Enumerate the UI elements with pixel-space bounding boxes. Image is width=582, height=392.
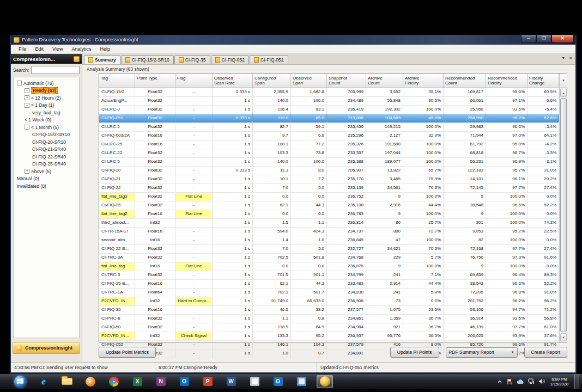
column-header[interactable]: Recommended Fidelity [486, 74, 528, 88]
powerpoint-icon[interactable]: P [199, 375, 216, 388]
tree-item[interactable]: CI-FIQ-21-SR40 [14, 146, 79, 154]
table-row[interactable]: CI-FIQ-15/2Float32-0.333 s2,355.91,682.8… [99, 88, 559, 97]
tree-item[interactable]: Invalidated (0) [14, 182, 79, 190]
tree-expander-icon[interactable]: + [25, 88, 29, 93]
table-row[interactable]: CI-FIQ-25Float32-1 s62.144.3235,1082,916… [99, 201, 559, 210]
action-center-flag-icon[interactable] [506, 378, 513, 385]
outlook-icon[interactable]: O [176, 375, 192, 388]
tree-item[interactable]: CI-FIQ-25-SR40 [14, 161, 79, 168]
tree-expander-icon[interactable]: + [25, 95, 29, 100]
table-row[interactable]: CI-FIQ-25-B...Float16-1 s62.144.3233,483… [99, 280, 559, 289]
table-row[interactable]: flat_line_tag3Float32Flat Line1 s0.00.02… [99, 193, 559, 201]
table-row[interactable]: CI-TRC-3AFloat32-1 s702.5501.8234,768229… [99, 254, 559, 262]
onenote-icon[interactable]: N [153, 375, 169, 388]
scrollbar-thumb[interactable] [560, 98, 567, 332]
tab-summary[interactable]: Summary [84, 56, 120, 64]
table-row[interactable]: third_almost...Int32-1 s1.51.1236,814802… [99, 219, 559, 228]
create-report-button[interactable]: Create Report [524, 347, 567, 358]
hidden-icons-chevron-icon[interactable] [497, 379, 502, 384]
table-row[interactable]: CI-TR-15A-17Float16-1 s594.0424.3234,737… [99, 228, 559, 236]
title-bar[interactable]: Pattern Discovery Technologies - Compres… [11, 35, 575, 45]
column-header[interactable]: Archive Count [366, 74, 403, 88]
table-row[interactable]: ActualEngP...Float32-1 s140.0100.0234,48… [99, 97, 559, 106]
tree-item[interactable]: -< 1 Month (5) [14, 124, 79, 131]
column-header[interactable]: Observed Scan Rate [213, 74, 253, 88]
table-row[interactable]: CI-FIQ-22-B...Float32-1 s7.05.0232,72734… [99, 245, 559, 254]
menu-analytics[interactable]: Analytics [67, 46, 95, 52]
table-row[interactable]: CI-FIQ-20Float32-0.333 s11.38.0705,90713… [99, 167, 559, 175]
show-desktop-button[interactable] [574, 374, 579, 389]
report-type-select[interactable]: PDF Summary Report ▼ [446, 347, 518, 358]
tree-expander-icon[interactable]: + [25, 169, 29, 174]
tab-scroll-dropdown-icon[interactable]: ▼ [561, 56, 565, 60]
search-input[interactable] [31, 66, 80, 74]
tab-ci-fiq-052[interactable]: CI-FIQ-052 [211, 56, 250, 64]
taskbar-clock[interactable]: 6:00 PM 1/15/2020 [550, 377, 568, 387]
update-point-metrics-button[interactable]: Update Point Metrics [99, 347, 156, 358]
menu-file[interactable]: File [14, 46, 31, 52]
table-row[interactable]: CI-TRC-3Float32-1 s701.5501.1234,7992417… [99, 271, 559, 280]
file-explorer-icon[interactable] [59, 375, 75, 388]
table-row[interactable]: CI-LRC-5Float32-1 s140.0100.0235,388189,… [99, 158, 559, 167]
minimize-button[interactable]: ─ [521, 35, 536, 43]
maximize-button[interactable]: ❐ [536, 35, 551, 43]
internet-explorer-icon[interactable]: e [35, 375, 52, 388]
word-icon[interactable]: W [223, 375, 239, 388]
tree-item[interactable]: Manual (0) [14, 175, 79, 183]
tree-item[interactable]: +Ready (63) [14, 87, 79, 95]
table-row[interactable]: CI-FIQ-35Float16-1 s46.533.2237,5771,075… [99, 306, 559, 315]
table-row[interactable]: P2CVFD_IN...Int32Hard to Compr...1 s91,7… [99, 297, 559, 306]
compressioninsight-footer-button[interactable]: CompressionInsight [13, 342, 80, 354]
scroll-up-button[interactable]: ▲ [560, 89, 567, 97]
tab-ci-fiq-15-2-sr10[interactable]: CI-FIQ-15/2-SR10 [121, 56, 174, 64]
table-row[interactable]: CI-LRC-25Float16-1 s108.177.2235,326191,… [99, 140, 559, 149]
volume-icon[interactable] [538, 378, 545, 384]
tab-ci-fiq-051[interactable]: CI-FIQ-051 [250, 56, 288, 64]
network-icon[interactable] [528, 378, 535, 384]
tree-expander-icon[interactable]: - [25, 103, 29, 108]
app-window-icon-2[interactable] [293, 375, 310, 388]
tree-item[interactable]: CI-FIQ-22-SR40 [14, 153, 79, 161]
table-row[interactable]: CI-LRC-22Float32-1 s103.373.8235,357197,… [99, 149, 559, 158]
tree-item[interactable]: < 1 Week (0) [14, 117, 79, 124]
column-header[interactable]: Observed Span [291, 74, 327, 88]
tree-expander-icon[interactable]: - [17, 81, 22, 85]
update-pi-points-button[interactable]: Update PI Points [390, 347, 439, 358]
column-header[interactable]: Snapshot Count [327, 74, 366, 88]
scroll-down-button[interactable]: ▼ [560, 333, 567, 341]
menu-help[interactable]: Help [95, 46, 114, 52]
tree-item[interactable]: +Above (5) [14, 168, 79, 175]
tree-item[interactable]: -Automatic (76) [14, 79, 79, 87]
column-header[interactable]: Fidelity Change [528, 74, 559, 88]
tree-item[interactable]: very_bad_tag [14, 109, 79, 117]
table-row[interactable]: CI-LRC-3Float32-1 s116.483.1235,419192,3… [99, 106, 559, 114]
table-row[interactable]: CI-FIQ-21Float32-1 s10.17.2235,1703,4657… [99, 175, 559, 184]
table-row[interactable]: CI-LRC-2Float32-1 s82.759.1235,450149,21… [99, 123, 559, 132]
column-header[interactable]: Recommended Count [444, 74, 486, 88]
tab-ci-fiq-35[interactable]: CI-FIQ-35 [174, 56, 210, 64]
table-row[interactable]: CI-PRC-8Float32-1 s1.10.8234,8611,36936.… [99, 315, 559, 323]
table-row[interactable]: CI-TRC-1AFloat64-1 s702.3501.7234,830241… [99, 289, 559, 297]
chrome-icon[interactable] [106, 375, 122, 388]
table-row[interactable]: CI-FIQ-50Float32-1 s118.984.9234,9849213… [99, 323, 559, 332]
table-row[interactable]: CI-FIQ-22Float32-1 s7.05.0235,13934,5617… [99, 184, 559, 193]
tree-item[interactable]: -< 1 Day (1) [14, 102, 79, 109]
tab-close-icon[interactable]: ✕ [569, 56, 572, 60]
tree-expander-icon[interactable]: - [25, 125, 29, 130]
vertical-scrollbar[interactable]: ▼ ▲ ▼ [559, 74, 567, 342]
column-header[interactable]: Flag [175, 74, 213, 88]
table-row[interactable]: flat_line_tagInt16Flat Line1 s0.00.0236,… [99, 262, 559, 271]
table-row[interactable]: second_alm...Int16-1 s1.41.0236,84547100… [99, 236, 559, 245]
outlook-mail-icon[interactable]: O [270, 375, 286, 388]
start-button[interactable] [12, 375, 28, 388]
column-options-icon[interactable]: ▼ [560, 74, 567, 88]
close-button[interactable]: ✕ [551, 35, 573, 43]
app-window-icon[interactable] [246, 375, 263, 388]
menu-edit[interactable]: Edit [31, 46, 48, 52]
tree-item[interactable]: +< 12 Hours (2) [14, 94, 79, 102]
table-row[interactable]: P2CVFD_IN...Int32Check Signal1 s133.395.… [99, 332, 559, 341]
column-header[interactable]: Point Type [135, 74, 175, 88]
column-header[interactable]: Configured Span [253, 74, 291, 88]
menu-view[interactable]: View [48, 46, 67, 52]
column-header[interactable]: Tag [99, 74, 135, 88]
